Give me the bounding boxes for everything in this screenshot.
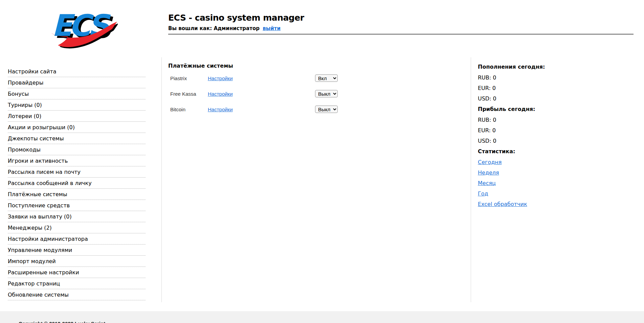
ecs-logo-image: ECS ECS	[45, 7, 118, 51]
profit-today-list: RUB:0 EUR:0 USD:0	[478, 117, 586, 148]
sidebar-item[interactable]: Турниры (0)	[8, 99, 146, 111]
sidebar-item[interactable]: Управление модулями	[8, 245, 146, 256]
payment-rows: Piastrix Настройки ВклВыкл Free Kassa На…	[168, 74, 459, 113]
currency-value: 0	[493, 117, 496, 123]
currency-line: RUB:0	[478, 74, 586, 85]
currency-value: 0	[493, 95, 496, 102]
statistics-link[interactable]: Год	[478, 190, 488, 197]
statistics-link[interactable]: Excel обработчик	[478, 201, 527, 207]
currency-value: 0	[492, 127, 496, 134]
left-column-divider	[161, 57, 162, 302]
right-column-divider	[471, 57, 471, 302]
sidebar-item[interactable]: Лотереи (0)	[8, 111, 146, 122]
deposits-today-list: RUB:0 EUR:0 USD:0	[478, 74, 586, 106]
sidebar-item[interactable]: Поступление средств	[8, 200, 146, 211]
currency-line: RUB:0	[478, 117, 586, 127]
payment-state-select[interactable]: ВклВыкл	[315, 106, 338, 113]
payment-row: Free Kassa Настройки ВклВыкл	[168, 90, 459, 98]
statistics-links: Сегодня Неделя Месяц Год Excel обработчи…	[478, 159, 586, 211]
login-user: Администратор	[214, 25, 260, 31]
currency-value: 0	[492, 85, 496, 91]
statistics-link[interactable]: Месяц	[478, 180, 496, 186]
login-as-label: Вы вошли как:	[168, 25, 212, 31]
sidebar-item[interactable]: Редактор страниц	[8, 278, 146, 289]
sidebar-item[interactable]: Настройки администратора	[8, 233, 146, 245]
statistics-link-line: Неделя	[478, 169, 586, 180]
sidebar-item[interactable]: Импорт модулей	[8, 256, 146, 267]
page-title: ECS - casino system manager	[168, 13, 304, 23]
footer: Copyright © 2012-2022 Lucky Script	[0, 311, 644, 323]
sidebar-item[interactable]: Рассылка писем на почту	[8, 166, 146, 178]
stats-panel: Пополнения сегодня: RUB:0 EUR:0 USD:0 Пр…	[478, 64, 586, 211]
sidebar-item[interactable]: Акции и розыгрыши (0)	[8, 122, 146, 133]
currency-label: RUB:	[478, 74, 491, 81]
ecs-logo: ECS ECS	[45, 7, 118, 51]
currency-label: USD:	[478, 138, 491, 144]
currency-line: EUR:0	[478, 85, 586, 95]
sidebar-item[interactable]: Обновление системы	[8, 289, 146, 300]
statistics-heading: Статистика:	[478, 148, 586, 159]
sidebar-menu: Настройки сайта Провайдеры Бонусы Турнир…	[8, 66, 146, 300]
currency-line: USD:0	[478, 138, 586, 148]
sidebar-item[interactable]: Провайдеры	[8, 77, 146, 88]
sidebar-item[interactable]: Игроки и активность	[8, 155, 146, 166]
payment-row: Bitcoin Настройки ВклВыкл	[168, 105, 459, 113]
sidebar-item[interactable]: Заявки на выплату (0)	[8, 211, 146, 222]
statistics-link[interactable]: Сегодня	[478, 159, 502, 165]
currency-label: EUR:	[478, 85, 491, 91]
currency-label: RUB:	[478, 117, 491, 123]
sidebar-item[interactable]: Расширенные настройки	[8, 267, 146, 278]
logout-link[interactable]: выйти	[263, 25, 281, 31]
sidebar-item[interactable]: Промокоды	[8, 144, 146, 155]
payment-name: Bitcoin	[168, 107, 208, 112]
payment-row: Piastrix Настройки ВклВыкл	[168, 74, 459, 82]
payment-systems-section: Платёжные системы Piastrix Настройки Вкл…	[168, 63, 459, 121]
sidebar-item[interactable]: Бонусы	[8, 88, 146, 99]
sidebar-item[interactable]: Настройки сайта	[8, 66, 146, 77]
deposits-today-heading: Пополнения сегодня:	[478, 64, 586, 74]
payment-state-select[interactable]: ВклВыкл	[315, 90, 338, 97]
sidebar-item[interactable]: Джекпоты системы	[8, 133, 146, 144]
statistics-link-line: Месяц	[478, 180, 586, 190]
payment-name: Free Kassa	[168, 91, 208, 97]
header: ECS - casino system manager Вы вошли как…	[168, 13, 304, 31]
currency-label: EUR:	[478, 127, 491, 134]
statistics-link-line: Excel обработчик	[478, 201, 586, 211]
login-status: Вы вошли как: Администратор выйти	[168, 25, 304, 31]
payment-settings-link[interactable]: Настройки	[208, 107, 233, 112]
sidebar-item[interactable]: Менеджеры (2)	[8, 222, 146, 233]
profit-today-heading: Прибыль сегодня:	[478, 106, 586, 117]
statistics-link[interactable]: Неделя	[478, 169, 499, 176]
payment-settings-link[interactable]: Настройки	[208, 91, 233, 97]
currency-line: EUR:0	[478, 127, 586, 138]
currency-value: 0	[493, 74, 496, 81]
header-divider	[168, 34, 634, 34]
sidebar-item[interactable]: Рассылка сообщений в личку	[8, 178, 146, 189]
currency-line: USD:0	[478, 95, 586, 106]
copyright-text: Copyright © 2012-2022 Lucky Script	[19, 321, 644, 323]
statistics-link-line: Сегодня	[478, 159, 586, 169]
sidebar-item[interactable]: Платёжные системы	[8, 189, 146, 200]
currency-value: 0	[493, 138, 496, 144]
payment-state-select[interactable]: ВклВыкл	[315, 74, 338, 82]
currency-label: USD:	[478, 95, 491, 102]
payment-settings-link[interactable]: Настройки	[208, 75, 233, 81]
statistics-link-line: Год	[478, 190, 586, 201]
payment-name: Piastrix	[168, 75, 208, 81]
payments-heading: Платёжные системы	[168, 63, 459, 69]
